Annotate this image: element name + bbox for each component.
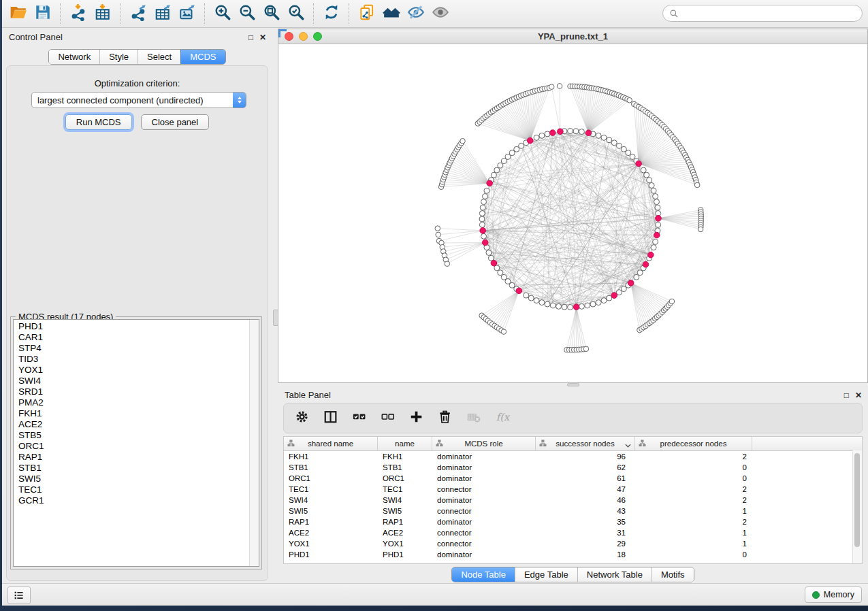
- save-session-button[interactable]: [31, 2, 55, 25]
- window-minimize-icon[interactable]: [299, 32, 308, 41]
- mcds-result-item[interactable]: SRD1: [14, 386, 249, 397]
- mcds-result-item[interactable]: RAP1: [14, 452, 249, 463]
- show-all-icon: [432, 3, 449, 24]
- table-panel-titlebar: Table Panel □ ✕: [278, 386, 868, 404]
- search-input[interactable]: [683, 7, 862, 19]
- hide-selected-button[interactable]: [404, 2, 428, 25]
- import-table-button[interactable]: [91, 2, 115, 25]
- criterion-dropdown[interactable]: largest connected component (undirected): [31, 92, 246, 108]
- mcds-result-item[interactable]: TID3: [14, 354, 249, 365]
- table-row[interactable]: SWI5SWI5connector431: [284, 506, 862, 516]
- memory-button[interactable]: Memory: [805, 587, 862, 603]
- float-panel-icon[interactable]: □: [248, 33, 253, 42]
- zoom-out-button[interactable]: [235, 2, 259, 25]
- tab-edge-table[interactable]: Edge Table: [515, 567, 577, 582]
- export-table-button[interactable]: [150, 2, 175, 25]
- mcds-result-item[interactable]: PMA2: [14, 397, 249, 408]
- show-all-button[interactable]: [428, 2, 453, 25]
- mcds-list-scrollbar[interactable]: [249, 320, 259, 566]
- tab-select[interactable]: Select: [138, 50, 180, 64]
- clone-network-button[interactable]: [355, 2, 379, 25]
- table-row[interactable]: FKH1FKH1dominator962: [284, 451, 862, 462]
- window-maximize-icon[interactable]: [313, 32, 322, 41]
- table-panel-tabs: Node TableEdge TableNetwork TableMotifs: [451, 567, 694, 582]
- status-menu-button[interactable]: [7, 587, 31, 604]
- search-box[interactable]: [662, 5, 863, 22]
- export-image-icon: [178, 3, 196, 24]
- table-row[interactable]: YOX1YOX1connector291: [284, 538, 862, 549]
- cell-predecessor-nodes: 0: [635, 463, 752, 472]
- tab-node-table[interactable]: Node Table: [452, 567, 515, 582]
- deselect-all-button[interactable]: [379, 410, 397, 427]
- tab-mcds[interactable]: MCDS: [180, 50, 225, 64]
- cell-shared-name: PHD1: [284, 550, 378, 559]
- tab-network-table[interactable]: Network Table: [577, 567, 652, 582]
- first-neighbors-button[interactable]: [379, 2, 404, 25]
- mcds-result-item[interactable]: TEC1: [14, 484, 249, 495]
- table-row[interactable]: PHD1PHD1dominator180: [284, 549, 862, 560]
- tab-style[interactable]: Style: [99, 50, 138, 64]
- close-table-panel-icon[interactable]: ✕: [855, 391, 862, 399]
- add-column-button[interactable]: [408, 410, 425, 427]
- memory-button-label: Memory: [824, 590, 854, 599]
- table-row[interactable]: SWI4SWI4dominator462: [284, 495, 862, 506]
- table-scrollbar[interactable]: [852, 450, 862, 563]
- table-row[interactable]: ACE2ACE2connector311: [284, 527, 862, 538]
- network-canvas[interactable]: [278, 44, 867, 382]
- svg-text:f(x): f(x): [496, 410, 510, 422]
- import-network-button[interactable]: [66, 2, 91, 25]
- main-toolbar: [2, 0, 868, 28]
- column-header-name[interactable]: name: [378, 437, 432, 450]
- delete-columns-button[interactable]: [436, 410, 454, 427]
- table-row[interactable]: STB1STB1dominator620: [284, 462, 862, 473]
- table-row[interactable]: TEC1TEC1connector472: [284, 484, 862, 495]
- column-header-shared-name[interactable]: shared name: [284, 437, 378, 450]
- zoom-in-button[interactable]: [210, 2, 235, 25]
- mcds-result-item[interactable]: ACE2: [14, 419, 249, 430]
- network-graph[interactable]: [278, 44, 867, 382]
- table-row[interactable]: RAP1RAP1dominator352: [284, 516, 862, 527]
- run-mcds-button[interactable]: Run MCDS: [65, 114, 132, 130]
- table-row[interactable]: ORC1ORC1dominator610: [284, 473, 862, 484]
- close-panel-button[interactable]: Close panel: [141, 114, 210, 130]
- mcds-result-item[interactable]: ORC1: [14, 441, 249, 452]
- table-settings-button[interactable]: [293, 410, 311, 427]
- zoom-fit-button[interactable]: [259, 2, 284, 25]
- column-header-successor-nodes[interactable]: successor nodes: [536, 437, 635, 450]
- table-scrollbar-thumb[interactable]: [854, 453, 860, 547]
- mcds-result-item[interactable]: GCR1: [14, 495, 249, 506]
- float-table-panel-icon[interactable]: □: [844, 391, 849, 399]
- column-header-predecessor-nodes[interactable]: predecessor nodes: [635, 437, 752, 450]
- cell-name: FKH1: [378, 452, 432, 461]
- select-all-button[interactable]: [351, 410, 368, 427]
- mcds-result-item[interactable]: SWI5: [14, 474, 249, 484]
- mcds-result-item[interactable]: PHD1: [14, 321, 249, 332]
- mcds-result-item[interactable]: FKH1: [14, 408, 249, 419]
- vertical-splitter[interactable]: [272, 29, 278, 584]
- tab-motifs[interactable]: Motifs: [652, 567, 694, 582]
- mcds-result-item[interactable]: STP4: [14, 343, 249, 354]
- show-columns-button[interactable]: [322, 410, 340, 427]
- cell-name: SWI5: [378, 507, 432, 515]
- mcds-result-list[interactable]: PHD1CAR1STP4TID3YOX1SWI4SRD1PMA2FKH1ACE2…: [13, 319, 259, 567]
- criterion-dropdown-value: largest connected component (undirected): [32, 95, 233, 105]
- open-file-button[interactable]: [6, 2, 31, 25]
- select-all-icon: [352, 410, 367, 427]
- export-network-button[interactable]: [126, 2, 150, 25]
- column-header-MCDS-role[interactable]: MCDS role: [432, 437, 536, 450]
- mcds-result-item[interactable]: CAR1: [14, 332, 249, 343]
- mcds-result-item[interactable]: STB1: [14, 463, 249, 474]
- close-panel-icon[interactable]: ✕: [259, 33, 266, 42]
- cell-predecessor-nodes: 2: [635, 452, 752, 461]
- export-image-button[interactable]: [175, 2, 199, 25]
- tab-network[interactable]: Network: [49, 50, 99, 64]
- refresh-view-button[interactable]: [319, 2, 344, 25]
- mcds-result-item[interactable]: SWI4: [14, 376, 249, 386]
- mcds-result-item[interactable]: YOX1: [14, 365, 249, 376]
- cell-shared-name: RAP1: [284, 518, 378, 526]
- network-window-titlebar[interactable]: YPA_prune.txt_1: [278, 29, 867, 44]
- zoom-selected-button[interactable]: [284, 2, 308, 25]
- mcds-result-item[interactable]: STB5: [14, 430, 249, 441]
- cell-name: YOX1: [378, 540, 432, 548]
- column-type-icon: [539, 440, 547, 447]
